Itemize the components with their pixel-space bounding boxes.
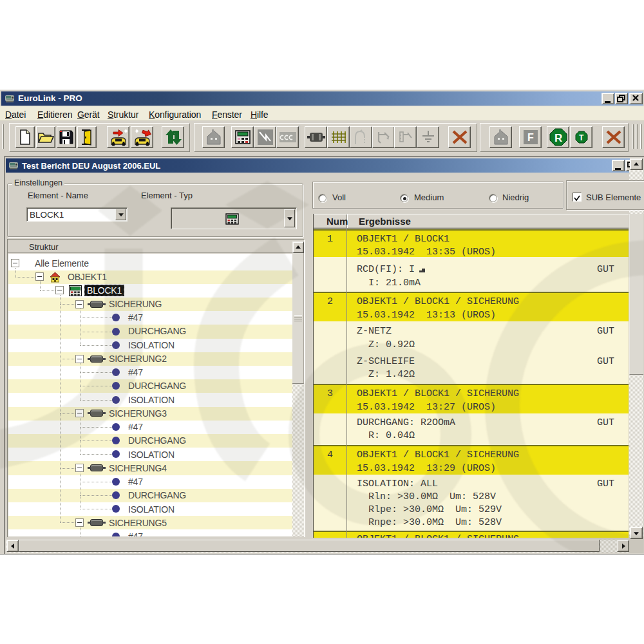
svg-text:R: R [554, 132, 562, 144]
svg-text:F: F [527, 132, 534, 143]
svg-text:T: T [579, 133, 584, 142]
